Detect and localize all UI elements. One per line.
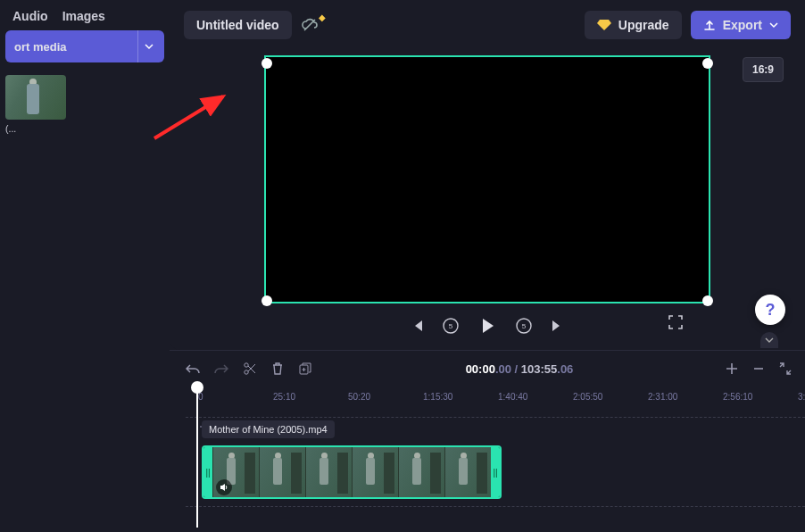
ruler-tick: 3:2 (798, 392, 805, 402)
ruler-tick: 1:40:40 (498, 392, 527, 402)
video-track: Mother of Mine (2005).mp4 || || (186, 445, 805, 501)
playhead[interactable] (196, 385, 198, 528)
redo-icon (214, 362, 228, 375)
time-sep: / (511, 362, 521, 376)
playhead-knob[interactable] (191, 381, 203, 394)
video-clip[interactable]: || || (202, 445, 502, 499)
timeline-panel: 00:00.00 / 103:55.06 0 25:10 50:20 1:15:… (170, 350, 805, 532)
resize-handle-bottom-left[interactable] (261, 295, 272, 306)
zoom-out-icon[interactable] (751, 362, 766, 376)
skip-forward-icon[interactable] (551, 319, 565, 333)
ruler-tick: 50:20 (348, 392, 370, 402)
add-track-icon[interactable] (725, 362, 739, 376)
ruler-tick: 25:10 (273, 392, 295, 402)
premium-badge-icon: ◆ (319, 12, 326, 22)
forward-5s-icon[interactable]: 5 (515, 317, 533, 335)
expand-down-icon[interactable] (760, 332, 778, 348)
media-tabs: Audio Images (5, 7, 164, 30)
timeline-tracks: Add text Mother of Mine (2005).mp4 || || (186, 417, 805, 519)
current-time-main: 00:00 (466, 362, 495, 376)
preview-canvas[interactable] (264, 55, 710, 303)
play-button-icon[interactable] (477, 316, 497, 336)
preview-stage: 5 5 (259, 50, 716, 336)
import-media-button[interactable]: ort media (5, 30, 164, 62)
total-time-main: 103:55 (521, 362, 557, 376)
aspect-ratio-button[interactable]: 16:9 (743, 57, 784, 82)
ruler-tick: 1:15:30 (423, 392, 452, 402)
top-toolbar: Untitled video ◆ Upgrade Export (170, 0, 805, 50)
import-media-dropdown-icon[interactable] (137, 30, 159, 62)
ruler-tick: 2:31:00 (648, 392, 677, 402)
export-button[interactable]: Export (691, 11, 791, 39)
media-thumbnail-image (5, 75, 66, 120)
timeline-toolbar: 00:00.00 / 103:55.06 (170, 351, 805, 387)
import-media-label: ort media (14, 40, 67, 54)
timeline-ruler[interactable]: 0 25:10 50:20 1:15:30 1:40:40 2:05:50 2:… (186, 387, 805, 408)
current-time-frac: .00 (495, 362, 511, 376)
tab-audio[interactable]: Audio (12, 9, 48, 23)
svg-point-12 (245, 370, 248, 374)
clip-name-tooltip: Mother of Mine (2005).mp4 (202, 420, 335, 438)
fullscreen-icon[interactable] (668, 314, 684, 330)
upgrade-label: Upgrade (618, 18, 669, 32)
tab-images[interactable]: Images (62, 9, 105, 23)
svg-text:5: 5 (522, 322, 527, 330)
clip-trim-right-handle[interactable]: || (491, 447, 500, 497)
svg-point-11 (245, 363, 248, 367)
resize-handle-top-left[interactable] (261, 58, 272, 69)
upload-icon (703, 19, 716, 31)
ruler-tick: 2:05:50 (573, 392, 602, 402)
help-button[interactable]: ? (755, 295, 785, 325)
undo-icon[interactable] (186, 362, 200, 375)
total-time-frac: .06 (557, 362, 573, 376)
preview-area: Untitled video ◆ Upgrade Export (170, 0, 805, 350)
delete-icon[interactable] (271, 362, 284, 376)
media-thumbnail[interactable]: (... (5, 75, 66, 134)
timeline-timecode: 00:00.00 / 103:55.06 (327, 362, 712, 376)
skip-back-icon[interactable] (410, 319, 424, 333)
duplicate-icon[interactable] (298, 362, 312, 376)
diamond-icon (597, 19, 611, 31)
project-title-button[interactable]: Untitled video (184, 11, 292, 39)
export-dropdown-icon[interactable] (769, 21, 778, 29)
svg-text:5: 5 (449, 322, 453, 330)
cloud-sync-icon[interactable]: ◆ (301, 18, 319, 32)
media-thumbnail-label: (... (5, 123, 66, 134)
ruler-tick: 2:56:10 (723, 392, 752, 402)
clip-volume-icon[interactable] (216, 479, 232, 495)
playback-controls: 5 5 (259, 303, 716, 336)
resize-handle-bottom-right[interactable] (702, 295, 713, 306)
resize-handle-top-right[interactable] (702, 58, 713, 69)
clip-thumbnails (212, 447, 491, 497)
split-icon[interactable] (243, 362, 257, 376)
left-media-panel: Audio Images ort media (... (0, 0, 170, 350)
fit-timeline-icon[interactable] (778, 362, 793, 376)
clip-trim-left-handle[interactable]: || (203, 447, 212, 497)
upgrade-button[interactable]: Upgrade (585, 11, 682, 39)
export-label: Export (723, 18, 762, 32)
rewind-5s-icon[interactable]: 5 (442, 317, 460, 335)
canvas-wrap (264, 50, 710, 303)
empty-track-placeholder[interactable] (186, 506, 805, 519)
